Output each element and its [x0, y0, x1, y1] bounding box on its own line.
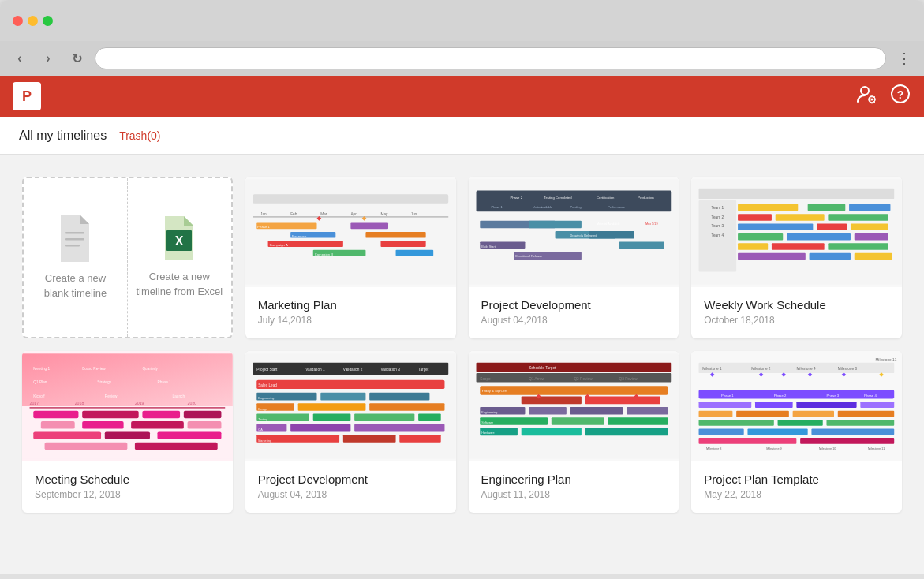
svg-rect-7 — [65, 245, 80, 247]
svg-point-0 — [861, 87, 869, 95]
svg-rect-195 — [827, 420, 895, 426]
svg-rect-149 — [585, 397, 660, 405]
svg-text:Units Available: Units Available — [532, 206, 552, 209]
svg-text:Build Start: Build Start — [481, 245, 496, 248]
card-preview-engineering: Schedule Target Scope Q1 Arrow Q2 Review… — [469, 351, 679, 461]
close-button[interactable] — [13, 16, 23, 26]
svg-text:Pending: Pending — [570, 206, 581, 209]
svg-rect-188 — [861, 402, 895, 408]
svg-rect-93 — [131, 421, 184, 429]
card-preview-marketing: Jan Feb Mar Apr May Jun — [245, 177, 456, 287]
timeline-card-engineering-plan[interactable]: Schedule Target Scope Q1 Arrow Q2 Review… — [469, 351, 679, 513]
timeline-card-project-plan-template[interactable]: Milestone 1 Milestone 2 Milestone 4 Mile… — [691, 351, 902, 513]
svg-text:QA: QA — [258, 428, 263, 431]
svg-text:Board Review: Board Review — [82, 367, 106, 371]
svg-rect-71 — [738, 233, 783, 241]
blank-doc-icon — [56, 215, 94, 262]
svg-rect-11 — [253, 194, 448, 203]
browser-menu-button[interactable]: ⋮ — [894, 47, 915, 70]
svg-rect-94 — [188, 421, 222, 429]
card-name: Engineering Plan — [481, 473, 667, 486]
svg-text:Performance: Performance — [608, 206, 625, 209]
svg-rect-153 — [627, 407, 668, 415]
svg-text:Phase 4: Phase 4 — [864, 394, 877, 398]
help-icon[interactable]: ? — [889, 83, 911, 110]
svg-rect-49 — [619, 241, 664, 249]
create-card[interactable]: Create a new blank timeline X Create a n… — [22, 177, 233, 338]
back-button[interactable]: ‹ — [9, 48, 30, 69]
svg-text:Launch: Launch — [173, 394, 185, 398]
svg-rect-148 — [521, 397, 581, 405]
card-date: August 11, 2018 — [481, 489, 667, 500]
card-info-project-dev-2: Project Development August 04, 2018 — [245, 461, 456, 513]
svg-text:Team 1: Team 1 — [712, 206, 724, 210]
svg-rect-147 — [480, 386, 668, 394]
create-excel-half[interactable]: X Create a new timeline from Excel — [128, 178, 231, 337]
svg-rect-62 — [738, 204, 798, 211]
svg-rect-73 — [855, 233, 888, 241]
svg-text:Milestone 9: Milestone 9 — [767, 447, 782, 450]
svg-text:Phase 2: Phase 2 — [510, 196, 522, 200]
create-blank-half[interactable]: Create a new blank timeline — [24, 178, 128, 337]
svg-rect-159 — [608, 417, 668, 425]
card-date: August 04, 2018 — [258, 489, 443, 500]
timeline-card-meeting-schedule[interactable]: 2017 2018 2019 2020 — [22, 351, 233, 513]
app-content: All my timelines Trash(0) — [0, 117, 924, 574]
maximize-button[interactable] — [43, 16, 53, 26]
svg-text:X: X — [175, 234, 184, 248]
card-date: October 18,2018 — [704, 315, 889, 326]
svg-rect-56 — [699, 189, 895, 199]
svg-text:Milestone 11: Milestone 11 — [868, 447, 885, 450]
svg-rect-88 — [82, 411, 138, 419]
svg-rect-127 — [418, 414, 441, 422]
svg-rect-92 — [82, 421, 123, 429]
svg-text:Material Available: Material Available — [596, 222, 619, 226]
svg-rect-190 — [736, 411, 789, 417]
address-bar[interactable] — [95, 47, 886, 69]
svg-text:Milestone 6: Milestone 6 — [838, 367, 858, 371]
card-info-engineering: Engineering Plan August 11, 2018 — [469, 461, 679, 513]
svg-rect-119 — [320, 393, 365, 401]
create-excel-label: Create a new timeline from Excel — [136, 270, 223, 298]
user-settings-icon[interactable] — [855, 83, 877, 110]
card-name: Project Development — [258, 473, 443, 486]
timeline-card-weekly-work[interactable]: Team 1 Team 2 Team 3 Team 4 — [691, 177, 902, 338]
svg-rect-151 — [529, 407, 567, 415]
svg-rect-24 — [365, 232, 425, 238]
svg-rect-77 — [738, 253, 806, 260]
svg-text:Software: Software — [481, 421, 493, 424]
svg-rect-65 — [738, 214, 772, 221]
card-name: Project Plan Template — [704, 473, 889, 486]
svg-rect-68 — [738, 224, 813, 231]
card-name: Marketing Plan — [258, 298, 443, 312]
svg-text:Strategy: Strategy — [97, 380, 111, 384]
card-preview-project-dev-2: Project Start Validation 1 Validation 2 … — [245, 351, 456, 461]
svg-rect-200 — [800, 438, 894, 444]
timeline-card-marketing-plan[interactable]: Jan Feb Mar Apr May Jun — [245, 177, 456, 338]
svg-text:Phase 1: Phase 1 — [491, 206, 502, 209]
trash-link[interactable]: Trash(0) — [119, 129, 160, 142]
svg-rect-132 — [343, 435, 396, 443]
card-date: September 12, 2018 — [35, 489, 220, 500]
timeline-card-project-dev-1[interactable]: Phase 2 Testing Completed Certification … — [469, 177, 679, 338]
svg-rect-194 — [778, 420, 823, 426]
svg-text:Milestone 11: Milestone 11 — [876, 358, 897, 362]
svg-rect-95 — [33, 431, 101, 439]
svg-rect-75 — [772, 243, 825, 250]
minimize-button[interactable] — [28, 16, 38, 26]
page-title: All my timelines — [19, 129, 107, 143]
browser-titlebar — [0, 0, 924, 41]
forward-button[interactable]: › — [38, 48, 58, 69]
svg-text:Q1 Arrow: Q1 Arrow — [529, 377, 544, 381]
svg-text:Max 5/19: Max 5/19 — [645, 222, 657, 226]
svg-rect-89 — [142, 411, 180, 419]
svg-rect-6 — [65, 238, 84, 241]
svg-rect-96 — [105, 431, 150, 439]
svg-text:Target: Target — [418, 368, 429, 372]
timeline-card-project-dev-2[interactable]: Project Start Validation 1 Validation 2 … — [245, 351, 456, 513]
svg-text:Q2 Review: Q2 Review — [574, 377, 593, 381]
svg-text:Yearly & Sign-off: Yearly & Sign-off — [481, 389, 507, 393]
browser-window: ‹ › ↻ ⋮ P ? — [0, 0, 924, 579]
svg-rect-199 — [699, 438, 797, 444]
refresh-button[interactable]: ↻ — [66, 48, 87, 69]
